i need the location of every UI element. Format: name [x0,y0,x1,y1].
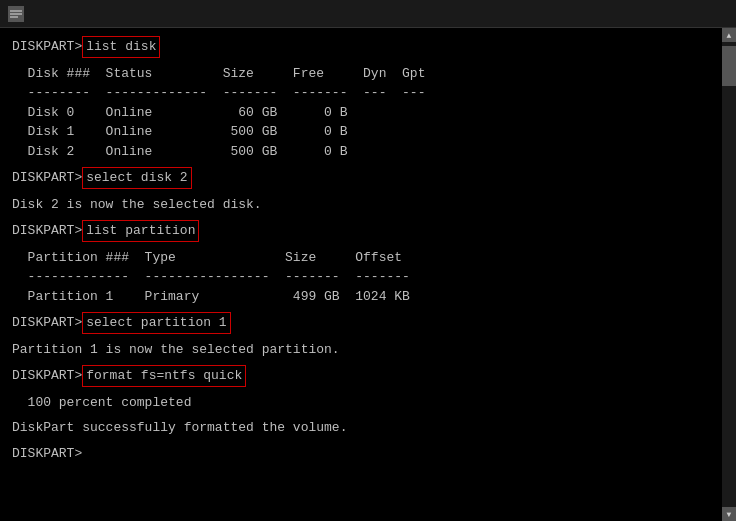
maximize-button[interactable] [672,4,698,24]
command-text: select disk 2 [82,167,191,189]
command-text: list partition [82,220,199,242]
app-icon [8,6,24,22]
diskpart-prompt: DISKPART> [12,221,82,241]
svg-rect-3 [10,16,18,18]
text-line: Disk 2 is now the selected disk. [12,195,710,215]
command-text: list disk [82,36,160,58]
text-line: ------------- ---------------- ------- -… [12,267,710,287]
command-text: format fs=ntfs quick [82,365,246,387]
scrollbar[interactable]: ▲ ▼ [722,28,736,521]
window-controls [642,4,728,24]
text-line: Partition ### Type Size Offset [12,248,710,268]
scroll-thumb[interactable] [722,46,736,86]
scroll-down-arrow[interactable]: ▼ [722,507,736,521]
text-line: Disk 1 Online 500 GB 0 B [12,122,710,142]
prompt-line: DISKPART> [12,444,710,464]
text-line: Partition 1 is now the selected partitio… [12,340,710,360]
command-line: DISKPART> list partition [12,220,710,242]
svg-rect-2 [10,13,22,15]
close-button[interactable] [702,4,728,24]
text-line: DiskPart successfully formatted the volu… [12,418,710,438]
window: DISKPART> list disk Disk ### Status Size… [0,0,736,521]
text-line: 100 percent completed [12,393,710,413]
text-line: -------- ------------- ------- ------- -… [12,83,710,103]
text-line: Disk 0 Online 60 GB 0 B [12,103,710,123]
text-line: Disk ### Status Size Free Dyn Gpt [12,64,710,84]
command-line: DISKPART> select partition 1 [12,312,710,334]
scroll-up-arrow[interactable]: ▲ [722,28,736,42]
diskpart-prompt: DISKPART> [12,37,82,57]
diskpart-prompt: DISKPART> [12,366,82,386]
diskpart-prompt: DISKPART> [12,168,82,188]
content-area: DISKPART> list disk Disk ### Status Size… [0,28,736,521]
text-line: Disk 2 Online 500 GB 0 B [12,142,710,162]
command-text: select partition 1 [82,312,230,334]
command-line: DISKPART> select disk 2 [12,167,710,189]
diskpart-prompt: DISKPART> [12,313,82,333]
command-line: DISKPART> list disk [12,36,710,58]
svg-rect-1 [10,10,22,12]
minimize-button[interactable] [642,4,668,24]
title-bar [0,0,736,28]
terminal[interactable]: DISKPART> list disk Disk ### Status Size… [0,28,722,521]
text-line: Partition 1 Primary 499 GB 1024 KB [12,287,710,307]
command-line: DISKPART> format fs=ntfs quick [12,365,710,387]
scroll-track[interactable] [722,42,736,507]
diskpart-prompt: DISKPART> [12,444,82,464]
